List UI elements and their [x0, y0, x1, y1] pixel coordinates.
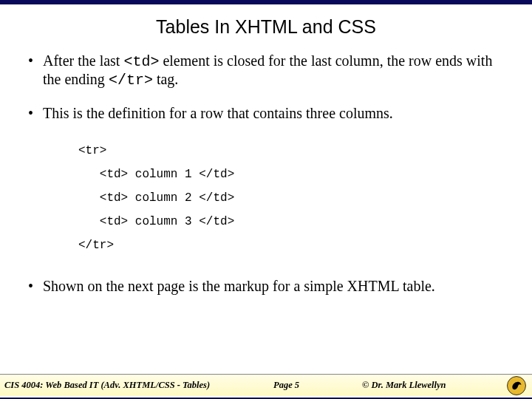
pegasus-logo-icon	[507, 376, 526, 395]
slide-title: Tables In XHTML and CSS	[0, 16, 532, 38]
bullet-list: Shown on the next page is the markup for…	[27, 278, 505, 296]
bullet-text: Shown on the next page is the markup for…	[43, 278, 435, 294]
footer-page: Page 5	[273, 380, 362, 391]
bullet-item: Shown on the next page is the markup for…	[27, 278, 505, 296]
slide-content: After the last <td> element is closed fo…	[0, 52, 532, 398]
inline-code: </tr>	[109, 72, 153, 89]
footer-course: CIS 4004: Web Based IT (Adv. XHTML/CSS -…	[0, 380, 273, 391]
bullet-text: tag.	[153, 71, 178, 87]
footer-author: © Dr. Mark Llewellyn	[362, 380, 473, 391]
bullet-item: After the last <td> element is closed fo…	[27, 52, 505, 89]
slide-footer: CIS 4004: Web Based IT (Adv. XHTML/CSS -…	[0, 374, 532, 396]
slide: Tables In XHTML and CSS After the last <…	[0, 0, 532, 399]
bullet-list: After the last <td> element is closed fo…	[27, 52, 505, 123]
bullet-item: This is the definition for a row that co…	[27, 105, 505, 123]
inline-code: <td>	[123, 53, 159, 70]
bullet-text: After the last	[43, 52, 123, 69]
footer-logo-wrap	[473, 376, 532, 395]
code-example: <tr> <td> column 1 </td> <td> column 2 <…	[78, 139, 505, 257]
bullet-text: This is the definition for a row that co…	[43, 105, 393, 121]
